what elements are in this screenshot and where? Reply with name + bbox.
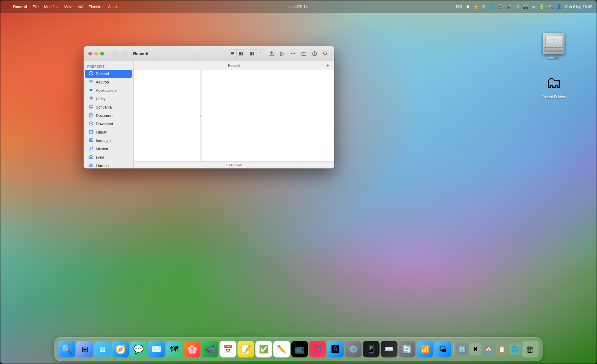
action-button[interactable]: [289, 49, 297, 58]
menubar-finder[interactable]: Recenti: [13, 4, 27, 9]
view-options-chevron[interactable]: ⌃: [256, 49, 265, 58]
download-icon: [88, 121, 94, 127]
svg-rect-3: [239, 52, 240, 55]
keyboard-icon[interactable]: ⌨: [456, 4, 462, 9]
svg-rect-23: [89, 105, 93, 108]
svg-point-11: [291, 53, 292, 54]
dock-item-launchpad[interactable]: ⊞: [76, 341, 93, 357]
close-button[interactable]: [88, 52, 92, 55]
dock-item-freeform[interactable]: ✏️: [273, 341, 290, 357]
dock-item-mail[interactable]: ✉️: [148, 341, 165, 357]
battery-icon[interactable]: 🔋: [539, 4, 544, 9]
no-entry-icon[interactable]: ⊘: [482, 4, 486, 9]
sidebar-item-libreria[interactable]: Libreria: [85, 162, 132, 168]
svg-rect-6: [250, 52, 252, 54]
libreria-icon: [88, 163, 94, 168]
sidebar-label-documenti: Documenti: [96, 113, 114, 118]
sidebar-item-immagini[interactable]: Immagini: [85, 137, 132, 145]
sidebar-item-applicazioni[interactable]: Applicazioni: [85, 86, 132, 95]
add-column-button[interactable]: +: [325, 63, 331, 69]
printer-icon[interactable]: 🖨: [515, 4, 519, 9]
dock-item-mission-control[interactable]: ⊠: [94, 341, 111, 357]
share-button[interactable]: [267, 49, 276, 58]
dock-item-migration[interactable]: 🔄: [399, 341, 416, 357]
dock-item-maps[interactable]: 🗺: [166, 341, 183, 357]
sidebar-item-musica[interactable]: Musica: [85, 145, 132, 153]
search-status-icon[interactable]: 🔍: [548, 4, 553, 9]
back-button[interactable]: ‹: [111, 50, 119, 58]
info-button[interactable]: [310, 49, 319, 58]
dock-item-settings[interactable]: ⚙️: [345, 341, 362, 357]
sidebar-item-recenti[interactable]: Recenti: [85, 70, 132, 78]
dock-right-item-5[interactable]: 🌐: [509, 343, 521, 355]
sidebar-item-scrivania[interactable]: Scrivania: [85, 103, 132, 111]
screen-record-icon[interactable]: ⏺: [466, 4, 470, 9]
desktop-icon-macos[interactable]: 💿 macOS: [540, 33, 567, 61]
dock-item-tv[interactable]: 📺: [291, 341, 308, 357]
dock-item-photos[interactable]: 🌸: [184, 341, 201, 357]
tag-button[interactable]: [278, 49, 287, 58]
sidebar-item-documenti[interactable]: Documenti: [85, 111, 132, 120]
dock-item-trash[interactable]: 🗑: [522, 341, 539, 357]
dock-right-item-1[interactable]: 🔠: [456, 343, 468, 355]
dock-item-calendar[interactable]: 📅: [220, 341, 236, 357]
volume-icon[interactable]: 🔊: [498, 4, 503, 9]
dock-item-finder[interactable]: 🔍: [59, 341, 75, 357]
globe-icon[interactable]: 🌐: [489, 4, 494, 9]
menubar-aiuto[interactable]: Aiuto: [108, 4, 117, 9]
utility-icon: [88, 96, 94, 102]
svg-point-38: [90, 139, 91, 140]
dock-item-bezel[interactable]: 📱: [363, 341, 380, 357]
column-view-button[interactable]: [237, 49, 245, 58]
camera-icon[interactable]: 📷: [523, 4, 528, 9]
forward-button[interactable]: ›: [121, 50, 128, 58]
dock-item-wireless[interactable]: 📶: [417, 341, 433, 357]
menubar-datetime[interactable]: Sab 8 lug 16:42: [565, 4, 592, 9]
dock-right-item-3[interactable]: 🏠: [483, 343, 495, 355]
apple-menu-icon[interactable]: : [5, 4, 7, 9]
gallery-view-button[interactable]: [248, 49, 256, 58]
minimize-button[interactable]: [94, 52, 98, 55]
maximize-button[interactable]: [100, 52, 104, 55]
menubar-title: macOS 14: [289, 4, 307, 9]
macos-drive-icon: 💿: [543, 33, 564, 54]
menubar-finestra[interactable]: Finestra: [89, 4, 103, 9]
dock-item-reminders[interactable]: ✅: [256, 341, 272, 357]
svg-rect-5: [242, 52, 243, 55]
menubar-vai[interactable]: Vai: [78, 4, 83, 9]
sidebar-item-airdrop[interactable]: AirDrop: [85, 78, 132, 86]
dock-item-weather[interactable]: 🌤: [435, 341, 451, 357]
menubar-file[interactable]: File: [33, 4, 39, 9]
desktop-icon-shared-folders[interactable]: 🗂 Shared Folders: [540, 72, 567, 100]
finder-nav: ‹ ›: [111, 50, 128, 58]
immagini-icon: [88, 138, 94, 143]
mic-icon[interactable]: 🎤: [507, 4, 512, 9]
sidebar-item-filmati[interactable]: Filmati: [85, 128, 132, 136]
menubar-vista[interactable]: Vista: [64, 4, 73, 9]
dock-right-item-2[interactable]: ✖: [470, 343, 481, 355]
sidebar-label-scrivania: Scrivania: [96, 105, 112, 109]
dock-item-facetime[interactable]: 📹: [202, 341, 219, 357]
sidebar-item-utility[interactable]: Utility: [85, 95, 132, 103]
svg-point-40: [92, 148, 93, 149]
shared-folders-label: Shared Folders: [541, 95, 566, 100]
user-icon[interactable]: 👤: [556, 4, 561, 9]
dock-item-messages[interactable]: 💬: [130, 341, 147, 357]
dock-right-item-4[interactable]: 📋: [496, 343, 508, 355]
dock-item-terminal[interactable]: ⌨️: [381, 341, 398, 357]
new-folder-button[interactable]: [300, 49, 308, 58]
dock-item-safari[interactable]: 🧭: [112, 341, 129, 357]
sidebar-item-download[interactable]: Download: [85, 120, 132, 128]
musica-icon: [88, 146, 94, 152]
menubar-modifica[interactable]: Modifica: [44, 4, 59, 9]
sidebar-item-sven[interactable]: sven: [85, 153, 132, 161]
dock-item-appstore[interactable]: 🅰: [327, 341, 344, 357]
list-view-button[interactable]: [228, 49, 237, 58]
airplay-icon[interactable]: ▭: [532, 4, 536, 9]
dock-item-music[interactable]: 🎵: [309, 341, 326, 357]
svg-point-12: [293, 53, 294, 54]
search-button[interactable]: [321, 49, 330, 58]
scrivania-icon: [88, 104, 94, 110]
lock-icon[interactable]: 🔒: [473, 4, 478, 9]
dock-item-notes[interactable]: 📝: [238, 341, 254, 357]
